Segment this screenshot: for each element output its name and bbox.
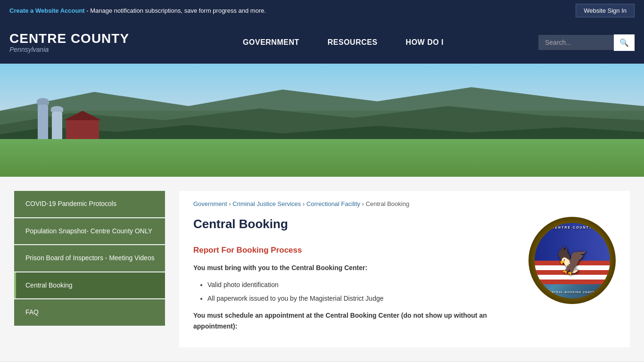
breadcrumb-correctional[interactable]: Correctional Facility: [306, 200, 360, 207]
badge-logo-area: 🦅 CENTRE COUNTY CENTRAL BOOKING CENTER: [528, 217, 616, 338]
main-content: Government › Criminal Justice Services ›…: [179, 191, 630, 347]
eagle-icon: 🦅: [556, 245, 588, 276]
search-input[interactable]: [538, 35, 614, 50]
page-body: COVID-19 Pandemic Protocols Population S…: [0, 177, 644, 362]
page-title: Central Booking: [193, 217, 519, 236]
breadcrumb-government[interactable]: Government: [193, 200, 227, 207]
list-item-photo-id: Valid photo identification: [207, 280, 519, 290]
breadcrumb-current: Central Booking: [366, 200, 410, 207]
list-item-paperwork: All paperwork issued to you by the Magis…: [207, 293, 519, 304]
sidebar-item-covid[interactable]: COVID-19 Pandemic Protocols: [14, 191, 165, 217]
site-header: CENTRE COUNTY Pennsylvania GOVERNMENT RE…: [0, 21, 644, 64]
appointment-notice: You must schedule an appointment at the …: [193, 310, 519, 331]
breadcrumb: Government › Criminal Justice Services ›…: [193, 200, 616, 207]
county-name: CENTRE COUNTY: [9, 32, 129, 46]
top-notification-bar: Create a Website Account - Manage notifi…: [0, 0, 644, 21]
section-heading: Report For Booking Process: [193, 246, 519, 255]
hero-image: [0, 64, 644, 177]
content-text-area: Central Booking Report For Booking Proce…: [193, 217, 519, 338]
sidebar: COVID-19 Pandemic Protocols Population S…: [14, 191, 165, 347]
sidebar-item-population[interactable]: Population Snapshot- Centre County ONLY: [14, 218, 165, 245]
state-name: Pennsylvania: [9, 46, 129, 53]
search-button[interactable]: 🔍: [614, 34, 635, 51]
badge-text-bottom: CENTRAL BOOKING CENTER: [535, 291, 610, 295]
logo-area: CENTRE COUNTY Pennsylvania: [9, 32, 129, 54]
breadcrumb-criminal-justice[interactable]: Criminal Justice Services: [232, 200, 301, 207]
nav-resources[interactable]: RESOURCES: [328, 38, 378, 47]
create-account-link[interactable]: Create a Website Account: [9, 7, 85, 14]
sign-in-button[interactable]: Website Sign In: [576, 4, 635, 17]
hero-field: [0, 139, 644, 177]
nav-how-do-i[interactable]: HOW DO I: [406, 38, 444, 47]
content-body: You must bring with you to the Central B…: [193, 263, 519, 331]
badge-text-top: CENTRE COUNTY: [535, 226, 610, 229]
badge-outer-ring: 🦅 CENTRE COUNTY CENTRAL BOOKING CENTER: [528, 217, 616, 304]
sidebar-item-central-booking[interactable]: Central Booking: [14, 272, 165, 299]
notification-suffix: - Manage notification subscriptions, sav…: [85, 7, 266, 14]
required-items-list: Valid photo identification All paperwork…: [207, 280, 519, 304]
main-content-area: COVID-19 Pandemic Protocols Population S…: [0, 177, 644, 362]
nav-government[interactable]: GOVERNMENT: [243, 38, 299, 47]
bring-items-heading: You must bring with you to the Central B…: [193, 263, 519, 273]
notification-text: Create a Website Account - Manage notifi…: [9, 7, 266, 14]
search-area: 🔍: [538, 34, 635, 51]
sidebar-item-prison[interactable]: Prison Board of Inspectors - Meeting Vid…: [14, 245, 165, 272]
sidebar-item-faq[interactable]: FAQ: [14, 299, 165, 326]
content-wrapper: Central Booking Report For Booking Proce…: [193, 217, 616, 338]
badge-inner: 🦅 CENTRE COUNTY CENTRAL BOOKING CENTER: [535, 223, 610, 298]
main-nav: GOVERNMENT RESOURCES HOW DO I: [148, 38, 538, 47]
